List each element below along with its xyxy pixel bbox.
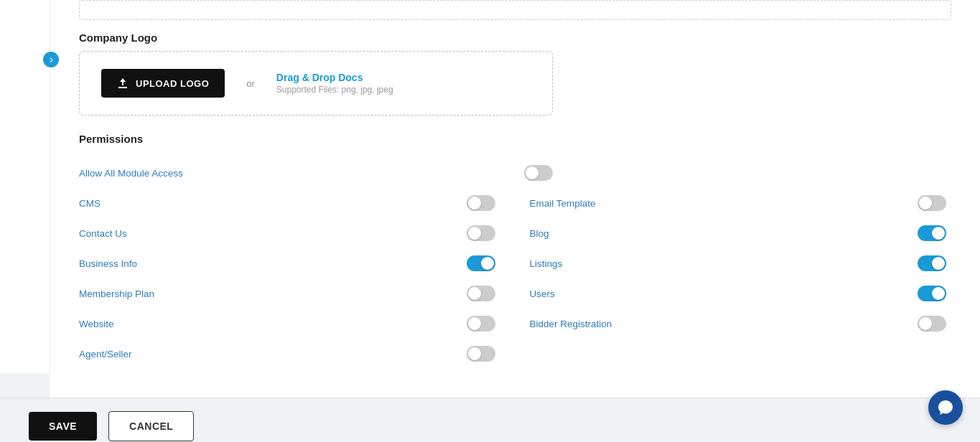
agent-seller-slider bbox=[467, 346, 495, 362]
chat-bubble[interactable] bbox=[928, 390, 963, 425]
listings-toggle[interactable] bbox=[918, 255, 946, 271]
users-slider bbox=[918, 286, 946, 301]
permission-row-agent-seller: Agent/Seller bbox=[79, 339, 495, 369]
permission-row-listings: Listings bbox=[530, 248, 946, 278]
blog-toggle[interactable] bbox=[918, 225, 946, 241]
business-info-toggle[interactable] bbox=[467, 255, 495, 271]
membership-plan-toggle[interactable] bbox=[467, 286, 495, 301]
permission-row-email-template: Email Template bbox=[530, 188, 946, 218]
cancel-button[interactable]: CANCEL bbox=[108, 411, 194, 441]
blog-slider bbox=[918, 225, 946, 241]
chat-icon bbox=[937, 399, 954, 416]
bidder-reg-label: Bidder Registration bbox=[530, 319, 612, 329]
top-scroll-area bbox=[79, 0, 951, 20]
allow-all-slider bbox=[524, 165, 553, 181]
business-info-slider bbox=[467, 255, 495, 271]
listings-slider bbox=[918, 255, 946, 271]
permission-row-allow-all: Allow All Module Access bbox=[79, 158, 553, 188]
or-text: or bbox=[246, 78, 255, 89]
listings-label: Listings bbox=[530, 258, 563, 269]
permission-row-cms: CMS bbox=[79, 188, 495, 218]
agent-seller-toggle[interactable] bbox=[467, 346, 495, 362]
contact-us-slider bbox=[467, 225, 495, 241]
permissions-col-left: CMS Contact Us Business Info bbox=[79, 188, 501, 369]
permission-row-contact-us: Contact Us bbox=[79, 218, 495, 248]
permission-row-business-info: Business Info bbox=[79, 248, 495, 278]
main-content: Company Logo UPLOAD LOGO or Drag & Drop … bbox=[50, 0, 980, 398]
left-sidebar bbox=[0, 0, 50, 373]
footer: SAVE CANCEL bbox=[0, 398, 980, 442]
bidder-reg-toggle[interactable] bbox=[918, 316, 946, 332]
membership-plan-slider bbox=[467, 286, 495, 301]
drag-drop-title: Drag & Drop Docs bbox=[276, 72, 393, 83]
permission-row-users: Users bbox=[530, 278, 946, 309]
cms-toggle[interactable] bbox=[467, 195, 495, 211]
allow-all-toggle[interactable] bbox=[524, 165, 553, 181]
users-toggle[interactable] bbox=[918, 286, 946, 301]
permission-row-blog: Blog bbox=[530, 218, 946, 248]
company-logo-label: Company Logo bbox=[79, 32, 951, 44]
sidebar-toggle[interactable] bbox=[43, 52, 59, 67]
blog-label: Blog bbox=[530, 228, 549, 239]
drag-drop-area[interactable]: Drag & Drop Docs Supported Files: png, j… bbox=[276, 72, 393, 95]
permissions-title: Permissions bbox=[79, 133, 951, 145]
email-template-toggle[interactable] bbox=[918, 195, 946, 211]
upload-button-label: UPLOAD LOGO bbox=[136, 78, 209, 89]
permission-row-website: Website bbox=[79, 309, 495, 339]
email-template-label: Email Template bbox=[530, 198, 596, 209]
cms-slider bbox=[467, 195, 495, 211]
email-template-slider bbox=[918, 195, 946, 211]
cms-label: CMS bbox=[79, 198, 101, 209]
agent-seller-label: Agent/Seller bbox=[79, 349, 132, 359]
save-button[interactable]: SAVE bbox=[29, 412, 97, 441]
permission-row-membership-plan: Membership Plan bbox=[79, 278, 495, 309]
bidder-reg-slider bbox=[918, 316, 946, 332]
allow-all-label: Allow All Module Access bbox=[79, 168, 183, 179]
website-slider bbox=[467, 316, 495, 332]
contact-us-toggle[interactable] bbox=[467, 225, 495, 241]
permissions-col-right: Email Template Blog Listings bbox=[501, 188, 952, 369]
drag-drop-subtitle: Supported Files: png, jpg, jpeg bbox=[276, 85, 393, 95]
website-label: Website bbox=[79, 319, 114, 329]
upload-logo-button[interactable]: UPLOAD LOGO bbox=[101, 69, 225, 98]
website-toggle[interactable] bbox=[467, 316, 495, 332]
business-info-label: Business Info bbox=[79, 258, 137, 269]
upload-icon bbox=[117, 77, 129, 89]
permissions-columns: CMS Contact Us Business Info bbox=[79, 188, 951, 369]
contact-us-label: Contact Us bbox=[79, 228, 127, 239]
permission-row-bidder-reg: Bidder Registration bbox=[530, 309, 946, 339]
upload-box: UPLOAD LOGO or Drag & Drop Docs Supporte… bbox=[79, 51, 553, 116]
users-label: Users bbox=[530, 288, 555, 299]
membership-plan-label: Membership Plan bbox=[79, 288, 154, 299]
